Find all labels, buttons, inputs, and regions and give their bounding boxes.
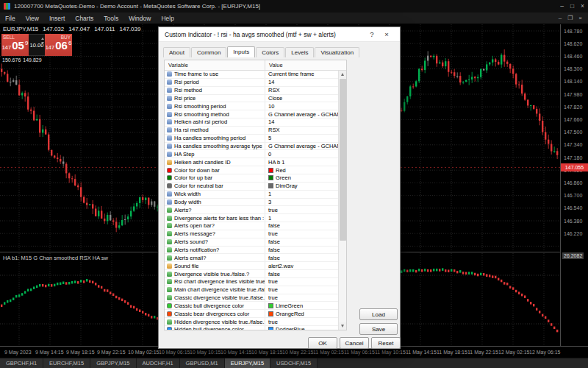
scroll-up-button[interactable] [339,71,346,78]
param-row[interactable]: Color for down barRed [165,166,338,174]
param-row[interactable]: Alerts message?true [165,230,338,238]
param-value-cell[interactable]: RSX [265,127,338,134]
chart-tab-eurjpy-m15[interactable]: EURJPY,M15 [225,358,270,368]
param-row[interactable]: Alerts email?false [165,254,338,262]
param-value-cell[interactable]: 10 [265,102,338,110]
param-value-cell[interactable]: Red [265,166,338,174]
window-titlebar[interactable]: 120007700 MetaQuotes-Demo - Demo Account… [0,0,588,13]
menu-item-charts[interactable]: Charts [70,13,98,24]
param-value-cell[interactable]: true [265,230,338,238]
param-row[interactable]: Heiken ashi rsi period14 [165,118,338,127]
param-row[interactable]: Heiken ashi candles IDHA b 1 [165,158,338,166]
param-row[interactable]: Main chart divergence visible true./fals… [165,286,338,294]
scroll-down-button[interactable] [339,322,346,330]
param-value-cell[interactable]: Current time frame [265,71,338,78]
menu-item-view[interactable]: View [21,13,44,24]
dialog-close-icon[interactable]: × [379,27,394,42]
maximize-icon[interactable]: □ [570,3,574,10]
lot-up-icon[interactable] [41,38,44,40]
tab-visualization[interactable]: Visualization [315,47,359,57]
param-value-cell[interactable]: Green [265,174,338,182]
param-value-cell[interactable]: 1 [265,191,338,198]
param-value-cell[interactable]: alert2.wav [265,262,338,269]
load-button[interactable]: Load [359,308,398,320]
chart-tab-gbpchf-h1[interactable]: GBPCHF,H1 [0,358,43,368]
param-row[interactable]: Ha rsi methodRSX [165,127,338,135]
param-row[interactable]: Sound filealert2.wav [165,262,338,270]
param-value-cell[interactable]: DimGray [265,183,338,190]
price-scale[interactable]: 148.780148.620148.460148.300148.140147.9… [560,24,588,346]
param-row[interactable]: Alerts?true [165,206,338,214]
chart-tab-eurchf-m15[interactable]: EURCHF,M15 [43,358,90,368]
param-row[interactable]: Ha candles smoothing average typeG Chann… [165,143,338,151]
param-value-cell[interactable]: false [265,247,338,254]
chart-tab-gbpusd-m1[interactable]: GBPUSD,M1 [180,358,225,368]
param-row[interactable]: Divergence alerts for bars less than :1 [165,214,338,222]
minimize-icon[interactable]: – [560,3,564,10]
buy-button[interactable]: BUY 147 06 6 [45,34,72,56]
param-value-cell[interactable]: Close [265,95,338,102]
param-value-cell[interactable]: DodgerBlue [265,326,338,330]
column-header-value[interactable]: Value [265,60,346,70]
param-row[interactable]: Wick width1 [165,191,338,199]
param-row[interactable]: Color for up barGreen [165,174,338,183]
param-row[interactable]: Rsi smoothing methodG Channel average - … [165,110,338,118]
param-row[interactable]: Rsi smoothing period10 [165,102,338,110]
param-value-cell[interactable]: true [265,286,338,294]
menu-item-file[interactable]: File [0,13,21,24]
table-scrollbar[interactable] [338,71,346,330]
param-value-cell[interactable]: HA b 1 [265,158,338,166]
param-row[interactable]: HA Step0 [165,150,338,158]
tab-colors[interactable]: Colors [256,47,284,57]
param-value-cell[interactable]: true [265,278,338,286]
param-value-cell[interactable]: false [265,222,338,230]
param-row[interactable]: Classic divergence visible true./false.?… [165,294,338,302]
param-row[interactable]: Color for neutral barDimGray [165,183,338,191]
menu-item-help[interactable]: Help [156,13,179,24]
close-icon[interactable]: × [581,3,584,10]
param-value-cell[interactable]: true [265,206,338,213]
save-button[interactable]: Save [359,323,398,335]
menu-item-insert[interactable]: Insert [44,13,70,24]
param-value-cell[interactable]: G Channel average - GCHAN [265,143,338,150]
cancel-button[interactable]: Cancel [340,337,369,349]
param-row[interactable]: Classic bear divergences colorOrangeRed [165,310,338,318]
param-value-cell[interactable]: 0 [265,150,338,158]
lot-down-icon[interactable] [41,42,44,44]
param-value-cell[interactable]: 14 [265,79,338,86]
param-value-cell[interactable]: 3 [265,199,338,206]
param-value-cell[interactable]: G Channel average - GCHAN [265,110,338,118]
sell-button[interactable]: SELL 147 05 9 [1,34,29,56]
param-row[interactable]: Rsi priceClose [165,95,338,103]
param-row[interactable]: Hidden bull divergence colorDodgerBlue [165,326,338,330]
tab-levels[interactable]: Levels [285,47,314,57]
chart-tab-audchf-h1[interactable]: AUDCHF,H1 [137,358,180,368]
scrollbar-thumb[interactable] [340,79,346,241]
chart-close-icon[interactable]: × [578,15,582,21]
param-value-cell[interactable]: false [265,270,338,277]
tab-about[interactable]: About [163,47,190,57]
param-row[interactable]: Hidden divergence visible true./false.?t… [165,318,338,326]
param-value-cell[interactable]: LimeGreen [265,302,338,309]
param-row[interactable]: Classic bull divergence colorLimeGreen [165,302,338,310]
dialog-titlebar[interactable]: Custom Indicator - ! rsi - ha avgs smoot… [159,27,400,42]
chart-minimize-icon[interactable]: – [559,15,562,21]
param-value-cell[interactable]: false [265,238,338,246]
param-value-cell[interactable]: true [265,318,338,325]
menu-item-tools[interactable]: Tools [98,13,123,24]
param-value-cell[interactable]: false [265,254,338,261]
tab-common[interactable]: Common [191,47,226,57]
param-row[interactable]: Alerts open bar?false [165,222,338,230]
chart-tab-usdchf-m15[interactable]: USDCHF,M15 [270,358,318,368]
param-value-cell[interactable]: 1 [265,214,338,222]
param-value-cell[interactable]: OrangeRed [265,310,338,317]
chart-restore-icon[interactable]: ❐ [567,15,573,21]
param-row[interactable]: Rsi period14 [165,79,338,87]
param-value-cell[interactable]: 14 [265,118,338,126]
chart-tab-gbpjpy-m15[interactable]: GBPJPY,M15 [90,358,136,368]
param-row[interactable]: Body width3 [165,199,338,207]
param-row[interactable]: Rsi methodRSX [165,87,338,95]
reset-button[interactable]: Reset [371,337,401,349]
param-row[interactable]: Time frame to useCurrent time frame [165,71,338,79]
param-row[interactable]: Alerts sound?false [165,238,338,247]
